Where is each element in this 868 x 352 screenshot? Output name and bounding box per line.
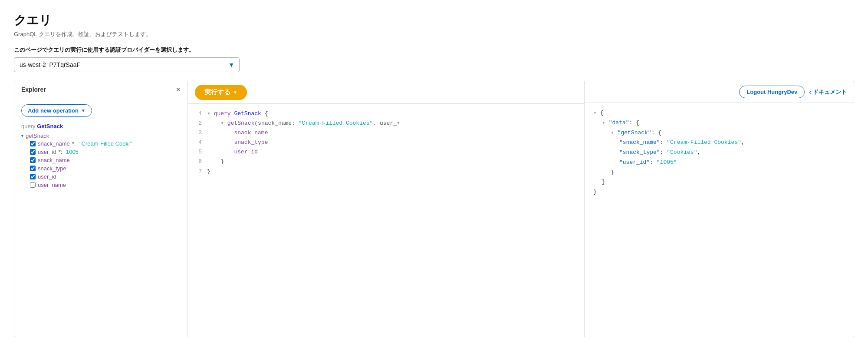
auth-select[interactable]: us-west-2_P7TqrSaaF bbox=[14, 57, 240, 72]
auth-label: このページでクエリの実行に使用する認証プロバイダーを選択します。 bbox=[14, 46, 854, 54]
checkbox-user_name[interactable] bbox=[30, 182, 36, 188]
explorer-header: Explorer × bbox=[14, 81, 187, 98]
tree-root: ▾ getSnack bbox=[21, 132, 181, 139]
editor-toolbar: 実行する ▼ bbox=[188, 81, 584, 104]
run-button-label: 実行する bbox=[204, 88, 230, 96]
result-toolbar: Logout HungryDev ‹ ドキュメント bbox=[585, 81, 854, 103]
tree-toggle-icon[interactable]: ▾ bbox=[21, 133, 23, 138]
result-section: Logout HungryDev ‹ ドキュメント ▾ { ▾ "data": … bbox=[585, 81, 854, 337]
code-line-3: 3 snack_name bbox=[195, 128, 577, 138]
logout-button[interactable]: Logout HungryDev bbox=[739, 86, 805, 98]
code-line-6: 6 } bbox=[195, 157, 577, 166]
editor-body[interactable]: 1 ▾ query GetSnack { 2 ▾ getSnack(snack_… bbox=[188, 104, 584, 337]
result-body: ▾ { ▾ "data": { ▾ "getSnack": { "snack_n… bbox=[585, 103, 854, 337]
auth-select-wrapper: us-west-2_P7TqrSaaF ▼ bbox=[14, 57, 240, 72]
code-line-2: 2 ▾ getSnack(snack_name: "Cream-Filled C… bbox=[195, 119, 577, 128]
json-line-2: ▾ "data": { bbox=[593, 118, 845, 128]
json-line-1: ▾ { bbox=[593, 108, 845, 118]
run-arrow-icon: ▼ bbox=[233, 90, 237, 95]
code-line-7: 7 } bbox=[195, 167, 577, 176]
tree-field-user_id: user_id bbox=[30, 173, 181, 181]
tree-field-snack_name: snack_name bbox=[30, 156, 181, 164]
explorer-body: Add new operation ▼ query GetSnack ▾ get… bbox=[14, 98, 187, 337]
code-line-1: 1 ▾ query GetSnack { bbox=[195, 109, 577, 119]
main-panel: Explorer × Add new operation ▼ query Get… bbox=[14, 81, 854, 337]
json-line-8: } bbox=[593, 177, 845, 187]
explorer-title: Explorer bbox=[21, 86, 46, 93]
editor-section: 実行する ▼ 1 ▾ query GetSnack { 2 ▾ getSnack… bbox=[188, 81, 585, 337]
tree-children: snack_name*: "Cream-Filled Cooki" user_i… bbox=[30, 139, 181, 189]
json-line-4: "snack_name": "Cream-Filled Cookies", bbox=[593, 138, 845, 148]
run-button[interactable]: 実行する ▼ bbox=[195, 85, 247, 100]
chevron-left-icon: ‹ bbox=[809, 89, 811, 96]
explorer-close-button[interactable]: × bbox=[176, 86, 181, 93]
page-title: クエリ bbox=[14, 12, 854, 29]
checkbox-snack_name[interactable] bbox=[30, 157, 36, 163]
tree-field-snack_type: snack_type bbox=[30, 164, 181, 173]
add-operation-button[interactable]: Add new operation ▼ bbox=[21, 104, 92, 117]
json-line-7: } bbox=[593, 168, 845, 178]
tree-field-user_name: user_name bbox=[30, 181, 181, 189]
json-line-9: } bbox=[593, 187, 845, 197]
page: クエリ GraphQL クエリを作成、検証、およびテストします。 このページでク… bbox=[0, 0, 868, 352]
checkbox-snack_name_param[interactable] bbox=[30, 141, 36, 146]
page-subtitle: GraphQL クエリを作成、検証、およびテストします。 bbox=[14, 30, 854, 38]
json-line-6: "user_id": "1005" bbox=[593, 158, 845, 168]
checkbox-user_id[interactable] bbox=[30, 174, 36, 179]
query-label: query GetSnack bbox=[21, 123, 181, 130]
json-line-5: "snack_type": "Cookies", bbox=[593, 148, 845, 158]
code-line-5: 5 user_id bbox=[195, 147, 577, 157]
tree-field-snack_name_param: snack_name*: "Cream-Filled Cooki" bbox=[30, 139, 181, 148]
json-line-3: ▾ "getSnack": { bbox=[593, 128, 845, 138]
code-line-4: 4 snack_type bbox=[195, 138, 577, 147]
checkbox-user_id_param[interactable] bbox=[30, 149, 36, 155]
doc-link[interactable]: ‹ ドキュメント bbox=[809, 88, 847, 96]
chevron-down-icon: ▼ bbox=[81, 108, 85, 113]
explorer-pane: Explorer × Add new operation ▼ query Get… bbox=[14, 81, 188, 337]
checkbox-snack_type[interactable] bbox=[30, 166, 36, 171]
tree-field-user_id_param: user_id*: 1005 bbox=[30, 148, 181, 156]
